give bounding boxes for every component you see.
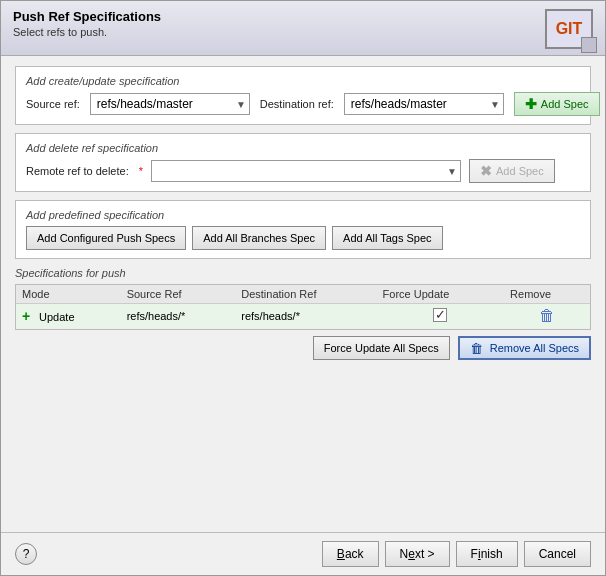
remote-ref-label: Remote ref to delete: xyxy=(26,165,129,177)
header-left: Push Ref Specifications Select refs to p… xyxy=(13,9,161,38)
spec-action-buttons: Force Update All Specs 🗑 Remove All Spec… xyxy=(15,336,591,360)
spec-mode-cell: + Update xyxy=(16,304,121,329)
add-spec-delete-label: Add Spec xyxy=(496,165,544,177)
back-label-rest: ack xyxy=(345,547,364,561)
add-all-tags-spec-label: Add All Tags Spec xyxy=(343,232,431,244)
push-ref-dialog: Push Ref Specifications Select refs to p… xyxy=(0,0,606,576)
col-dest-ref: Destination Ref xyxy=(235,285,376,304)
add-all-tags-spec-button[interactable]: Add All Tags Spec xyxy=(332,226,442,250)
spec-mode-label: Update xyxy=(39,311,74,323)
help-button[interactable]: ? xyxy=(15,543,37,565)
dest-ref-label: Destination ref: xyxy=(260,98,334,110)
add-configured-push-specs-label: Add Configured Push Specs xyxy=(37,232,175,244)
col-mode: Mode xyxy=(16,285,121,304)
add-spec-delete-cross-icon: ✖ xyxy=(480,163,492,179)
spec-source-ref-cell: refs/heads/* xyxy=(121,304,236,329)
source-ref-label: Source ref: xyxy=(26,98,80,110)
col-force-update: Force Update xyxy=(377,285,505,304)
specs-table: Mode Source Ref Destination Ref Force Up… xyxy=(16,285,590,329)
specs-table-box: Mode Source Ref Destination Ref Force Up… xyxy=(15,284,591,330)
remove-all-specs-label: Remove All Specs xyxy=(490,342,579,354)
dialog-title: Push Ref Specifications xyxy=(13,9,161,24)
help-icon: ? xyxy=(23,547,30,561)
next-button[interactable]: Next > xyxy=(385,541,450,567)
specs-table-header: Mode Source Ref Destination Ref Force Up… xyxy=(16,285,590,304)
create-update-section: Add create/update specification Source r… xyxy=(15,66,591,125)
spec-remove-cell[interactable]: 🗑 xyxy=(504,304,590,329)
delete-ref-select-wrap: ▼ xyxy=(151,160,461,182)
dest-ref-select-wrap: refs/heads/master refs/heads/* ▼ xyxy=(344,93,504,115)
table-row: + Update refs/heads/* refs/heads/* 🗑 xyxy=(16,304,590,329)
finish-label-end: nish xyxy=(481,547,503,561)
dialog-content: Add create/update specification Source r… xyxy=(1,56,605,532)
spec-dest-ref-cell: refs/heads/* xyxy=(235,304,376,329)
delete-ref-label: Add delete ref specification xyxy=(26,142,580,154)
cancel-label: Cancel xyxy=(539,547,576,561)
col-source-ref: Source Ref xyxy=(121,285,236,304)
add-spec-create-plus-icon: ✚ xyxy=(525,96,537,112)
delete-ref-row: Remote ref to delete: * ▼ ✖ Add Spec xyxy=(26,159,580,183)
force-update-all-specs-button[interactable]: Force Update All Specs xyxy=(313,336,450,360)
finish-label-start: F xyxy=(471,547,478,561)
source-ref-select[interactable]: refs/heads/master refs/heads/* xyxy=(90,93,250,115)
next-label-underline: e xyxy=(408,547,415,561)
force-update-all-specs-label: Force Update All Specs xyxy=(324,342,439,354)
predefined-section: Add predefined specification Add Configu… xyxy=(15,200,591,259)
specs-label: Specifications for push xyxy=(15,267,591,279)
spec-force-update-cell[interactable] xyxy=(377,304,505,329)
dialog-subtitle: Select refs to push. xyxy=(13,26,161,38)
next-label-start: N xyxy=(400,547,409,561)
specs-section: Specifications for push Mode Source Ref … xyxy=(15,267,591,360)
delete-ref-select[interactable] xyxy=(151,160,461,182)
add-spec-create-button[interactable]: ✚ Add Spec xyxy=(514,92,600,116)
remove-all-icon: 🗑 xyxy=(470,341,483,356)
add-spec-create-label: Add Spec xyxy=(541,98,589,110)
back-label: B xyxy=(337,547,345,561)
add-configured-push-specs-button[interactable]: Add Configured Push Specs xyxy=(26,226,186,250)
cancel-button[interactable]: Cancel xyxy=(524,541,591,567)
delete-ref-section: Add delete ref specification Remote ref … xyxy=(15,133,591,192)
dialog-header: Push Ref Specifications Select refs to p… xyxy=(1,1,605,56)
col-remove: Remove xyxy=(504,285,590,304)
predefined-buttons-row: Add Configured Push Specs Add All Branch… xyxy=(26,226,580,250)
create-update-row: Source ref: refs/heads/master refs/heads… xyxy=(26,92,580,116)
git-logo: GIT xyxy=(545,9,593,49)
remove-spec-icon[interactable]: 🗑 xyxy=(539,307,555,324)
specs-table-body: + Update refs/heads/* refs/heads/* 🗑 xyxy=(16,304,590,329)
remove-all-specs-button[interactable]: 🗑 Remove All Specs xyxy=(458,336,591,360)
specs-header-row: Mode Source Ref Destination Ref Force Up… xyxy=(16,285,590,304)
back-button[interactable]: Back xyxy=(322,541,379,567)
source-ref-select-wrap: refs/heads/master refs/heads/* ▼ xyxy=(90,93,250,115)
predefined-label: Add predefined specification xyxy=(26,209,580,221)
dialog-footer: ? Back Next > Finish Cancel xyxy=(1,532,605,575)
add-spec-delete-button[interactable]: ✖ Add Spec xyxy=(469,159,555,183)
dest-ref-select[interactable]: refs/heads/master refs/heads/* xyxy=(344,93,504,115)
finish-button[interactable]: Finish xyxy=(456,541,518,567)
add-all-branches-spec-label: Add All Branches Spec xyxy=(203,232,315,244)
force-update-checkbox[interactable] xyxy=(433,308,447,322)
next-label-end: xt > xyxy=(415,547,435,561)
required-star: * xyxy=(139,165,143,177)
spec-mode-icon: + xyxy=(22,308,36,324)
create-update-label: Add create/update specification xyxy=(26,75,580,87)
footer-buttons: Back Next > Finish Cancel xyxy=(322,541,591,567)
add-all-branches-spec-button[interactable]: Add All Branches Spec xyxy=(192,226,326,250)
